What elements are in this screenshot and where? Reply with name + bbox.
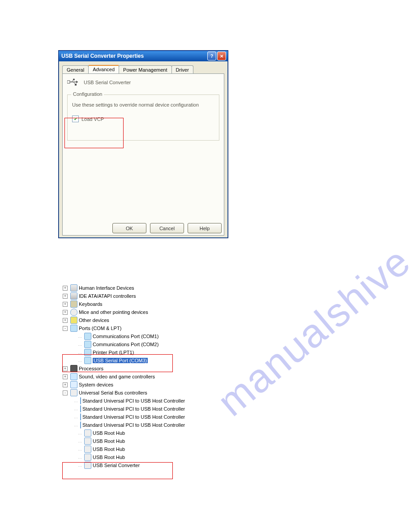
tree-node[interactable]: +System devices	[63, 381, 179, 389]
close-icon[interactable]: ✕	[217, 51, 226, 60]
tree-node[interactable]: …USB Serial Converter	[72, 461, 179, 469]
usbc-icon	[84, 438, 91, 445]
tree-node-label: USB Serial Converter	[93, 463, 140, 468]
tree-node-label: Mice and other pointing devices	[79, 309, 148, 315]
tab-power[interactable]: Power Management	[119, 65, 171, 74]
hid-icon	[70, 284, 77, 292]
tree-node[interactable]: …USB Root Hub	[72, 437, 179, 445]
tree-node-label: Communications Port (COM1)	[93, 334, 158, 339]
tree-connector: …	[78, 358, 82, 363]
tree-node[interactable]: …Standard Universal PCI to USB Host Cont…	[72, 397, 179, 405]
tree-node-label: Ports (COM & LPT)	[79, 326, 121, 331]
tree-node[interactable]: +Keyboards	[63, 300, 179, 308]
tree-connector: …	[74, 415, 78, 419]
expand-icon[interactable]: +	[63, 310, 68, 315]
tree-node[interactable]: …Communications Port (COM1)	[72, 332, 179, 340]
tree-spacer	[72, 359, 76, 363]
tree-node-label: Standard Universal PCI to USB Host Contr…	[82, 422, 185, 428]
tree-connector: …	[78, 463, 82, 468]
tree-connector: …	[78, 447, 82, 451]
expand-icon[interactable]: +	[63, 286, 68, 291]
svg-rect-0	[67, 81, 70, 83]
tree-node[interactable]: …Standard Universal PCI to USB Host Cont…	[72, 413, 179, 421]
tree-node-label: Communications Port (COM2)	[93, 342, 158, 347]
ide-icon	[70, 292, 77, 300]
tree-node-label: Keyboards	[79, 301, 103, 307]
tree-node[interactable]: -Universal Serial Bus controllers	[63, 389, 179, 397]
properties-dialog: USB Serial Converter Properties ? ✕ Gene…	[58, 50, 228, 238]
titlebar[interactable]: USB Serial Converter Properties ? ✕	[59, 51, 228, 61]
configuration-fieldset: Configuration Use these settings to over…	[67, 94, 219, 141]
tree-node-label: USB Serial Port (COM3)	[93, 358, 148, 363]
expand-icon[interactable]: +	[63, 318, 68, 323]
tree-spacer	[72, 463, 76, 468]
fieldset-description: Use these settings to override normal de…	[72, 102, 214, 107]
usbc-icon	[84, 446, 91, 453]
titlebar-title: USB Serial Converter Properties	[61, 53, 206, 59]
svg-marker-6	[76, 81, 78, 83]
collapse-icon[interactable]: -	[63, 326, 68, 331]
tree-node-label: Printer Port (LPT1)	[93, 350, 134, 355]
cancel-button[interactable]: Cancel	[150, 223, 184, 233]
tree-node[interactable]: …USB Serial Port (COM3)	[72, 356, 179, 365]
tree-spacer	[72, 335, 76, 339]
proc-icon	[70, 365, 77, 372]
expand-icon[interactable]: +	[63, 382, 68, 387]
usbc-icon	[80, 405, 81, 412]
tree-node[interactable]: +Sound, video and game controllers	[63, 373, 179, 381]
tree-spacer	[72, 447, 76, 451]
tree-node[interactable]: …Communications Port (COM2)	[72, 340, 179, 348]
tree-node-label: Standard Universal PCI to USB Host Contr…	[82, 406, 185, 412]
usb-icon	[67, 78, 79, 86]
load-vcp-row[interactable]: ✔ Load VCP	[72, 116, 214, 122]
load-vcp-checkbox[interactable]: ✔	[72, 116, 79, 122]
tree-node[interactable]: +Human Interface Devices	[63, 284, 179, 292]
port-icon	[70, 325, 77, 332]
tabs-row: General Advanced Power Management Driver	[62, 65, 228, 73]
expand-icon[interactable]: +	[63, 374, 68, 379]
svg-point-3	[73, 79, 75, 81]
tree-node[interactable]: …Printer Port (LPT1)	[72, 348, 179, 356]
tab-content: USB Serial Converter Configuration Use t…	[62, 73, 224, 236]
ok-button[interactable]: OK	[112, 223, 146, 233]
tab-general[interactable]: General	[62, 65, 89, 74]
tree-node[interactable]: +Other devices	[63, 316, 179, 324]
expand-icon[interactable]: +	[63, 366, 68, 371]
tree-node-label: Sound, video and game controllers	[79, 374, 155, 379]
tree-node-label: System devices	[79, 382, 113, 387]
help-button[interactable]: Help	[188, 223, 222, 233]
tree-node-label: IDE ATA/ATAPI controllers	[79, 293, 136, 299]
usbc-icon	[84, 462, 91, 469]
help-icon[interactable]: ?	[207, 51, 216, 60]
usbc-icon	[84, 429, 91, 437]
tree-node[interactable]: -Ports (COM & LPT)	[63, 324, 179, 332]
tab-advanced[interactable]: Advanced	[88, 65, 119, 73]
tree-node[interactable]: …USB Root Hub	[72, 429, 179, 437]
collapse-icon[interactable]: -	[63, 390, 68, 395]
tree-node-label: Standard Universal PCI to USB Host Contr…	[82, 414, 185, 420]
port-icon	[84, 349, 91, 356]
tree-node[interactable]: +IDE ATA/ATAPI controllers	[63, 292, 179, 300]
tree-connector: …	[78, 455, 82, 459]
tree-node[interactable]: …USB Root Hub	[72, 453, 179, 461]
tree-node[interactable]: …Standard Universal PCI to USB Host Cont…	[72, 421, 179, 429]
tree-connector: …	[78, 350, 82, 355]
tree-node[interactable]: +Processors	[63, 365, 179, 373]
tree-connector: …	[78, 431, 82, 435]
mouse-icon	[70, 309, 77, 316]
tree-node[interactable]: …USB Root Hub	[72, 445, 179, 453]
tree-connector: …	[78, 334, 82, 339]
usbc-icon	[80, 421, 81, 429]
sound-icon	[70, 373, 77, 380]
tree-spacer	[72, 343, 76, 347]
tab-driver[interactable]: Driver	[171, 65, 193, 74]
usbc-icon	[80, 413, 81, 420]
expand-icon[interactable]: +	[63, 294, 68, 299]
tree-spacer	[72, 439, 76, 443]
load-vcp-label: Load VCP	[81, 116, 104, 122]
expand-icon[interactable]: +	[63, 302, 68, 307]
tree-node-label: Universal Serial Bus controllers	[79, 390, 147, 395]
tree-node[interactable]: +Mice and other pointing devices	[63, 308, 179, 316]
tree-connector: …	[74, 399, 78, 403]
tree-node[interactable]: …Standard Universal PCI to USB Host Cont…	[72, 405, 179, 413]
